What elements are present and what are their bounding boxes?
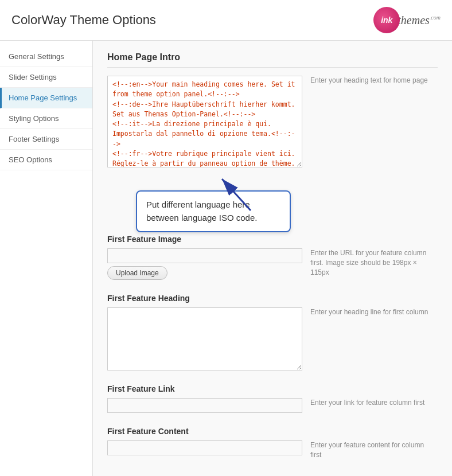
first-feature-link-block: First Feature Link Enter your link for f… [107, 384, 438, 413]
sidebar-item-seo-options[interactable]: SEO Options [0, 150, 92, 170]
first-feature-image-block: First Feature Image Upload Image Enter t… [107, 235, 438, 280]
section-title: Home Page Intro [107, 52, 438, 68]
sidebar: General Settings Slider Settings Home Pa… [0, 41, 93, 476]
logo-text: themes.com [398, 14, 441, 27]
arrow-annotation [216, 173, 268, 213]
first-feature-content-block: First Feature Content Enter your feature… [107, 427, 438, 460]
first-feature-heading-label: First Feature Heading [107, 294, 438, 303]
first-feature-link-input[interactable] [107, 398, 302, 413]
header: ColorWay Theme Options ink themes.com [0, 0, 452, 41]
first-feature-heading-textarea[interactable] [107, 307, 302, 370]
layout: General Settings Slider Settings Home Pa… [0, 41, 452, 476]
first-feature-image-input[interactable] [107, 248, 302, 263]
svg-line-1 [222, 179, 251, 210]
intro-field-row: <!--:en-->Your main heading comes here. … [107, 76, 438, 169]
intro-field-block: <!--:en-->Your main heading comes here. … [107, 76, 438, 169]
sidebar-item-home-page-settings[interactable]: Home Page Settings [0, 88, 92, 108]
sidebar-item-styling-options[interactable]: Styling Options [0, 108, 92, 129]
first-feature-image-label: First Feature Image [107, 235, 438, 244]
first-feature-image-hint: Enter the URL for your feature column fi… [310, 248, 431, 277]
sidebar-item-footer-settings[interactable]: Footer Settings [0, 129, 92, 150]
intro-textarea-wrapper: <!--:en-->Your main heading comes here. … [107, 76, 302, 169]
upload-image-button[interactable]: Upload Image [107, 266, 167, 280]
first-feature-image-row: Upload Image Enter the URL for your feat… [107, 248, 438, 280]
logo: ink themes.com [373, 7, 441, 33]
sidebar-item-slider-settings[interactable]: Slider Settings [0, 67, 92, 88]
main-content: Home Page Intro <!--:en-->Your main head… [93, 41, 452, 476]
first-feature-heading-block: First Feature Heading Enter your heading… [107, 294, 438, 370]
intro-hint: Enter your heading text for home page [310, 76, 428, 85]
sidebar-item-general-settings[interactable]: General Settings [0, 46, 92, 67]
first-feature-link-row: Enter your link for feature column first [107, 398, 438, 413]
first-feature-heading-hint: Enter your heading line for first column [310, 307, 428, 317]
page-title: ColorWay Theme Options [11, 13, 156, 28]
first-feature-content-hint: Enter your feature content for column fi… [310, 440, 431, 460]
logo-icon: ink [373, 7, 400, 33]
first-feature-image-inputs: Upload Image [107, 248, 302, 280]
first-feature-content-input[interactable] [107, 440, 302, 455]
first-feature-link-hint: Enter your link for feature column first [310, 398, 424, 408]
intro-textarea[interactable]: <!--:en-->Your main heading comes here. … [107, 76, 302, 167]
first-feature-content-label: First Feature Content [107, 427, 438, 436]
first-feature-content-row: Enter your feature content for column fi… [107, 440, 438, 460]
first-feature-link-label: First Feature Link [107, 384, 438, 393]
first-feature-heading-row: Enter your heading line for first column [107, 307, 438, 370]
